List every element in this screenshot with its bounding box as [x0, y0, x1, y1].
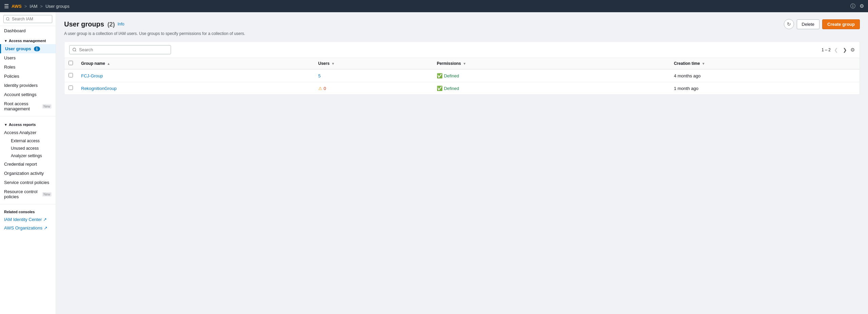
menu-icon[interactable]: ☰	[4, 3, 9, 10]
table-toolbar: 1 – 2 ❮ ❯ ⚙	[64, 42, 860, 58]
page-header-right: ↻ Delete Create group	[784, 19, 860, 29]
pagination-info: 1 – 2	[822, 48, 831, 52]
policies-label: Policies	[4, 74, 19, 79]
row-group-name: FCJ-Group	[77, 69, 314, 82]
group-name-link[interactable]: FCJ-Group	[81, 73, 103, 78]
account-settings-label: Account settings	[4, 92, 36, 97]
dashboard-label: Dashboard	[4, 28, 26, 33]
related-consoles-label: Related consoles	[0, 207, 56, 215]
check-circle-icon: ✅	[437, 73, 442, 78]
column-settings-button[interactable]: ⚙	[850, 47, 855, 53]
th-permissions[interactable]: Permissions ▼	[433, 58, 670, 69]
table-pagination: 1 – 2 ❮ ❯ ⚙	[822, 47, 855, 53]
sidebar-item-user-groups[interactable]: User groups 1	[0, 44, 56, 53]
page-count: (2)	[107, 21, 115, 28]
sidebar-item-credential-report[interactable]: Credential report	[0, 160, 56, 169]
sort-group-icon: ▲	[107, 62, 110, 66]
select-all-checkbox[interactable]	[69, 61, 73, 65]
sidebar-item-org-activity[interactable]: Organization activity	[0, 169, 56, 178]
users-label: Users	[4, 55, 16, 60]
sidebar-link-aws-orgs[interactable]: AWS Organizations ↗	[0, 224, 56, 232]
sidebar-item-root-access[interactable]: Root access management New	[0, 99, 56, 113]
sidebar-item-account-settings[interactable]: Account settings	[0, 90, 56, 99]
sidebar-link-iam-identity[interactable]: IAM Identity Center ↗	[0, 215, 56, 224]
service-control-label: Service control policies	[4, 180, 49, 185]
sidebar-item-analyzer-settings[interactable]: Analyzer settings	[7, 152, 56, 160]
table-row: RekognitionGroup⚠0✅Defined1 month ago	[64, 82, 860, 95]
row-permissions: ✅Defined	[433, 69, 670, 82]
prev-page-button[interactable]: ❮	[833, 47, 839, 53]
user-count-warn: ⚠0	[318, 86, 429, 91]
row-creation-time: 4 months ago	[670, 69, 860, 82]
unused-access-label: Unused access	[11, 146, 39, 151]
sidebar-section-access-reports: ▼ Access reports	[0, 119, 56, 128]
app-body: Dashboard ▼ Access management User group…	[0, 12, 868, 314]
sidebar-item-identity-providers[interactable]: Identity providers	[0, 81, 56, 90]
root-access-label: Root access management	[4, 101, 40, 111]
sidebar-divider-1	[0, 116, 56, 116]
service-link[interactable]: IAM	[30, 4, 37, 9]
sidebar-item-dashboard[interactable]: Dashboard	[0, 26, 56, 35]
sidebar-item-roles[interactable]: Roles	[0, 62, 56, 72]
page-header: User groups (2) Info ↻ Delete Create gro…	[64, 19, 860, 29]
breadcrumb-separator2: >	[40, 4, 43, 9]
user-count-value[interactable]: 0	[324, 86, 326, 91]
user-groups-label: User groups	[5, 46, 31, 51]
sidebar-item-resource-control[interactable]: Resource control policies New	[0, 187, 56, 201]
row-checkbox-1[interactable]	[69, 86, 73, 90]
permissions-status: ✅Defined	[437, 86, 666, 91]
next-page-button[interactable]: ❯	[842, 47, 848, 53]
credential-report-label: Credential report	[4, 162, 37, 167]
root-access-new-badge: New	[42, 104, 52, 109]
check-circle-icon: ✅	[437, 86, 442, 91]
sidebar: Dashboard ▼ Access management User group…	[0, 12, 56, 314]
external-access-label: External access	[11, 138, 40, 143]
info-link[interactable]: Info	[117, 22, 124, 26]
delete-button[interactable]: Delete	[797, 19, 820, 29]
sidebar-item-service-control[interactable]: Service control policies	[0, 178, 56, 187]
group-name-link[interactable]: RekognitionGroup	[81, 86, 117, 91]
breadcrumb-current: User groups	[45, 4, 70, 9]
row-checkbox-0[interactable]	[69, 73, 73, 77]
sidebar-search-input[interactable]	[3, 15, 52, 23]
sidebar-item-policies[interactable]: Policies	[0, 72, 56, 81]
sidebar-item-unused-access[interactable]: Unused access	[7, 145, 56, 152]
external-link-icon2: ↗	[44, 225, 48, 230]
section-toggle-access[interactable]: ▼	[4, 39, 7, 43]
sidebar-item-users[interactable]: Users	[0, 53, 56, 62]
section-label-reports: Access reports	[9, 123, 36, 127]
resource-control-label: Resource control policies	[4, 189, 40, 199]
user-count-value[interactable]: 5	[318, 73, 321, 78]
th-users[interactable]: Users ▼	[314, 58, 433, 69]
table-row: FCJ-Group5✅Defined4 months ago	[64, 69, 860, 82]
table-container: 1 – 2 ❮ ❯ ⚙ Group name	[64, 41, 860, 95]
sidebar-item-access-analyzer[interactable]: Access Analyzer	[0, 128, 56, 137]
sidebar-search-wrap	[0, 12, 56, 26]
table-search-input[interactable]	[69, 45, 171, 54]
section-label-access: Access management	[9, 39, 46, 43]
permissions-status-text: Defined	[444, 73, 459, 78]
org-activity-label: Organization activity	[4, 171, 44, 176]
row-users: 5	[314, 69, 433, 82]
th-creation-time[interactable]: Creation time ▼	[670, 58, 860, 69]
help-icon[interactable]: ⓘ	[850, 3, 855, 10]
filter-permissions-icon: ▼	[463, 62, 466, 66]
external-link-icon: ↗	[43, 217, 47, 222]
th-group-name[interactable]: Group name ▲	[77, 58, 314, 69]
warning-icon: ⚠	[318, 86, 322, 91]
sidebar-section-access-management: ▼ Access management	[0, 35, 56, 44]
settings-icon[interactable]: ⚙	[860, 3, 864, 9]
row-permissions: ✅Defined	[433, 82, 670, 95]
resource-control-new-badge: New	[42, 192, 52, 197]
breadcrumb-separator: >	[24, 4, 27, 9]
row-creation-time: 1 month ago	[670, 82, 860, 95]
page-title: User groups (2)	[64, 20, 115, 28]
permissions-status: ✅Defined	[437, 73, 666, 78]
filter-users-icon: ▼	[331, 62, 335, 66]
section-toggle-reports[interactable]: ▼	[4, 123, 7, 127]
refresh-button[interactable]: ↻	[784, 19, 794, 29]
sidebar-item-external-access[interactable]: External access	[7, 137, 56, 145]
create-group-button[interactable]: Create group	[822, 19, 860, 29]
access-analyzer-label: Access Analyzer	[4, 130, 36, 135]
row-checkbox-cell	[64, 82, 77, 95]
